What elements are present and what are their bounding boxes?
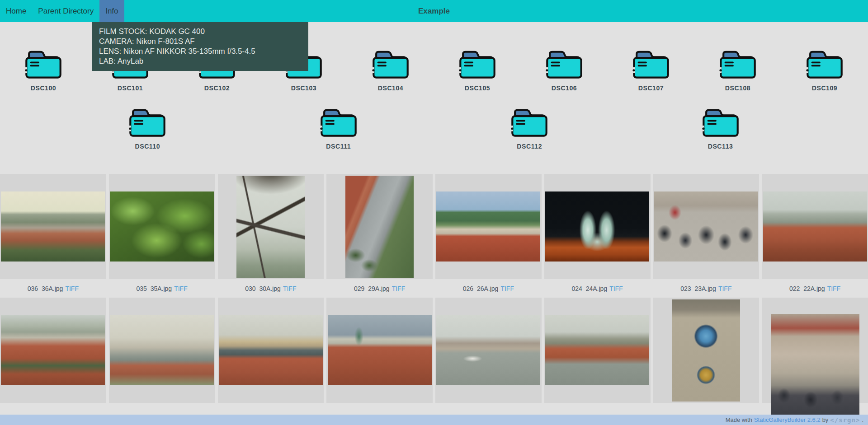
thumbnail-filename: 024_24A.jpg [572,285,608,292]
thumbnail-image[interactable] [654,191,758,262]
folder-icon [701,105,741,137]
tiff-link[interactable]: TIFF [392,285,406,292]
thumbnail-filename: 023_23A.jpg [680,285,716,292]
thumbnail-box [544,298,651,403]
thumbnail-cell: 023_23A.jpg TIFF [653,174,760,298]
footer-by: by [822,416,829,423]
thumbnail-box [326,174,433,279]
thumbnail-box [762,298,868,403]
folder-label: DSC104 [378,84,404,92]
folder-item[interactable]: DSC105 [434,47,521,92]
thumbnail-cell [0,298,106,421]
folder-icon [371,47,410,79]
thumbnail-image[interactable] [345,176,414,278]
thumbnail-cell [653,298,760,421]
thumbnail-image[interactable] [1,191,105,262]
thumbnail-box [435,298,542,403]
folder-icon [458,47,497,79]
thumbnail-box [326,298,433,403]
thumbnail-cell [435,298,542,421]
folder-item[interactable]: DSC112 [486,105,573,150]
folder-label: DSC100 [31,84,57,92]
tooltip-line: LENS: Nikon AF NIKKOR 35-135mm f/3.5-4.5 [99,47,301,56]
thumbnail-cell: 024_24A.jpg TIFF [544,174,651,298]
folder-item[interactable]: DSC108 [694,47,781,92]
thumbnail-image[interactable] [436,191,540,262]
folder-label: DSC107 [638,84,664,92]
thumbnail-caption: 029_29A.jpg TIFF [326,279,433,298]
tiff-link[interactable]: TIFF [718,285,732,292]
folder-item[interactable]: DSC113 [677,105,764,150]
folder-item[interactable]: DSC110 [104,105,191,150]
thumbnail-image[interactable] [236,176,305,278]
main-content: DSC100 DSC101 [0,22,868,421]
folder-label: DSC112 [517,143,542,150]
folder-item[interactable]: DSC100 [0,47,87,92]
thumbnail-cell: 036_36A.jpg TIFF [0,174,106,298]
thumbnail-caption: 022_22A.jpg TIFF [762,279,868,298]
thumbnail-filename: 035_35A.jpg [137,285,172,292]
thumbnail-image[interactable] [771,314,859,416]
tiff-link[interactable]: TIFF [827,285,841,292]
thumbnail-filename: 029_29A.jpg [354,285,390,292]
folder-icon [631,47,671,79]
folder-row: DSC110 DSC111 [0,105,868,150]
thumbnail-image[interactable] [110,315,214,385]
thumbnail-filename: 036_36A.jpg [28,285,63,292]
thumbnail-image[interactable] [672,299,740,402]
tiff-link[interactable]: TIFF [609,285,623,292]
folder-icon [509,105,549,137]
folder-item[interactable]: DSC107 [608,47,694,92]
thumbnail-image[interactable] [763,191,867,262]
thumbnail-box [218,298,324,403]
thumbnail-box [653,298,760,403]
thumbnail-image[interactable] [110,191,214,262]
folder-item[interactable]: DSC106 [521,47,608,92]
folder-icon [544,47,584,79]
footer-made-with: Made with [726,416,752,423]
nav-item[interactable]: Home [0,0,32,22]
footer-logo-suffix: . [862,416,863,423]
thumbnail-caption: 036_36A.jpg TIFF [0,279,106,298]
thumbnail-filename: 022_22A.jpg [789,285,825,292]
folder-item[interactable]: DSC111 [295,105,382,150]
footer: Made with StaticGalleryBuilder 2.6.2 by … [0,415,868,425]
folder-icon [24,47,63,79]
nav-menu: Home Parent Directory Info [0,0,124,22]
thumbnail-caption: 023_23A.jpg TIFF [653,279,760,298]
tiff-link[interactable]: TIFF [65,285,79,292]
thumbnail-box [544,174,651,279]
srgn-logo[interactable]: </srgn> [830,416,860,424]
thumbnail-grid-row [0,298,868,421]
tiff-link[interactable]: TIFF [174,285,188,292]
thumbnail-image[interactable] [545,191,649,262]
thumbnail-image[interactable] [436,315,540,385]
thumbnail-filename: 026_26A.jpg [463,285,499,292]
thumbnail-cell [326,298,433,421]
thumbnail-caption: 024_24A.jpg TIFF [544,279,651,298]
folder-item[interactable]: DSC104 [347,47,434,92]
thumbnail-image[interactable] [219,315,323,385]
thumbnail-box [653,174,760,279]
thumbnail-cell: 022_22A.jpg TIFF [762,174,868,298]
folder-label: DSC103 [291,84,317,92]
tooltip-line: CAMERA: Nikon F-801S AF [99,37,301,47]
thumbnail-image[interactable] [545,315,649,385]
nav-item[interactable]: Parent Directory [32,0,99,22]
folder-label: DSC110 [135,143,160,150]
builder-version-link[interactable]: StaticGalleryBuilder 2.6.2 [754,416,821,423]
folder-icon [805,47,844,79]
tiff-link[interactable]: TIFF [500,285,514,292]
folder-label: DSC105 [465,84,491,92]
thumbnail-box [0,298,106,403]
thumbnail-gallery: 036_36A.jpg TIFF 035_35A.jpg TIFF [0,174,868,421]
thumbnail-caption: 030_30A.jpg TIFF [218,279,324,298]
folder-item[interactable]: DSC109 [781,47,868,92]
thumbnail-image[interactable] [1,315,105,385]
tiff-link[interactable]: TIFF [283,285,297,292]
info-tooltip: FILM STOCK: KODAK GC 400 CAMERA: Nikon F… [92,22,308,71]
thumbnail-image[interactable] [328,315,432,385]
thumbnail-caption: 026_26A.jpg TIFF [435,279,542,298]
folder-icon [319,105,359,137]
nav-item[interactable]: Info [99,0,124,22]
